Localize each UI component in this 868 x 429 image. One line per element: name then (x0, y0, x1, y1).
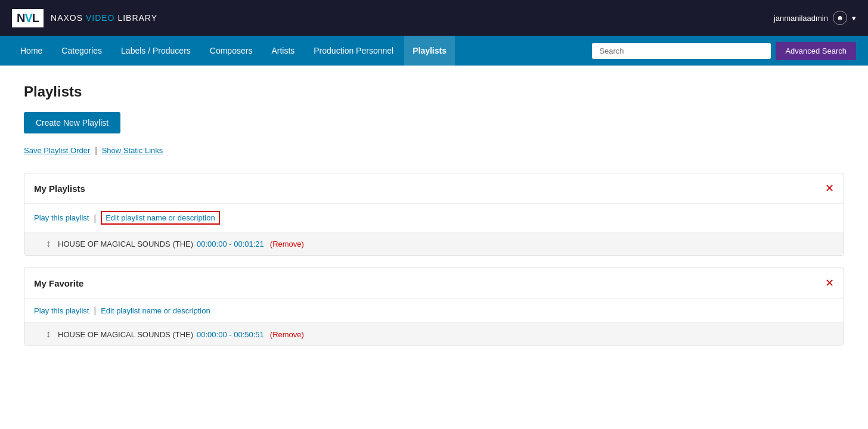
nav-categories[interactable]: Categories (53, 36, 110, 66)
site-name: NAXOS VIDEO LIBRARY (51, 13, 157, 23)
advanced-search-button[interactable]: Advanced Search (776, 42, 856, 60)
track-title-1-1: HOUSE OF MAGICAL SOUNDS (THE) (58, 240, 193, 248)
create-new-playlist-button[interactable]: Create New Playlist (24, 112, 120, 133)
track-remove-2-1[interactable]: (Remove) (270, 330, 304, 339)
nav-artists[interactable]: Artists (263, 36, 303, 66)
playlist-actions-1: Play this playlist | Edit playlist name … (24, 204, 844, 232)
user-icon[interactable]: ☻ (833, 11, 847, 25)
search-input[interactable] (592, 43, 771, 59)
playlist-name-2: My Favorite (34, 278, 83, 288)
link-separator: | (95, 145, 100, 155)
action-separator-1: | (94, 213, 96, 223)
user-chevron[interactable]: ▾ (852, 14, 856, 23)
drag-handle-2-1[interactable]: ↕ (46, 329, 51, 340)
main-content: Playlists Create New Playlist Save Playl… (0, 66, 868, 429)
logo-area: NVL NAXOS VIDEO LIBRARY (12, 9, 157, 27)
nav-bar: Home Categories Labels / Producers Compo… (0, 36, 868, 66)
user-area: janmanilaadmin ☻ ▾ (774, 11, 856, 25)
top-bar: NVL NAXOS VIDEO LIBRARY janmanilaadmin ☻… (0, 0, 868, 36)
play-playlist-2-link[interactable]: Play this playlist (34, 306, 89, 315)
delete-playlist-2-icon[interactable]: ✕ (825, 276, 834, 290)
logo: NVL (12, 9, 44, 27)
drag-handle-1-1[interactable]: ↕ (46, 238, 51, 249)
play-playlist-1-link[interactable]: Play this playlist (34, 213, 89, 222)
track-time-1-1[interactable]: 00:00:00 - 00:01:21 (197, 240, 264, 248)
playlist-card-header-2: My Favorite ✕ (24, 268, 844, 299)
page-title: Playlists (24, 83, 844, 100)
playlist-name-1: My Playlists (34, 184, 85, 194)
show-static-links-link[interactable]: Show Static Links (102, 146, 163, 155)
track-row-1-1: ↕ HOUSE OF MAGICAL SOUNDS (THE) 00:00:00… (24, 232, 844, 255)
nav-playlists[interactable]: Playlists (404, 36, 455, 66)
track-title-2-1: HOUSE OF MAGICAL SOUNDS (THE) (58, 330, 193, 339)
track-row-2-1: ↕ HOUSE OF MAGICAL SOUNDS (THE) 00:00:00… (24, 322, 844, 346)
edit-playlist-2-link[interactable]: Edit playlist name or description (101, 306, 210, 315)
nav-production-personnel[interactable]: Production Personnel (305, 36, 402, 66)
save-playlist-order-link[interactable]: Save Playlist Order (24, 146, 90, 155)
username-label: janmanilaadmin (774, 14, 828, 23)
track-remove-1-1[interactable]: (Remove) (270, 240, 304, 248)
nav-search-area: Advanced Search (592, 42, 856, 60)
nav-composers[interactable]: Composers (202, 36, 261, 66)
playlist-card-header-1: My Playlists ✕ (24, 173, 844, 204)
nav-home[interactable]: Home (12, 36, 51, 66)
playlist-card-my-favorite: My Favorite ✕ Play this playlist | Edit … (24, 268, 844, 346)
playlist-card-my-playlists: My Playlists ✕ Play this playlist | Edit… (24, 173, 844, 256)
nav-labels-producers[interactable]: Labels / Producers (113, 36, 199, 66)
edit-playlist-1-link[interactable]: Edit playlist name or description (101, 211, 220, 225)
delete-playlist-1-icon[interactable]: ✕ (825, 182, 834, 195)
playlist-links: Save Playlist Order | Show Static Links (24, 145, 844, 155)
action-separator-2: | (94, 306, 96, 315)
playlist-actions-2: Play this playlist | Edit playlist name … (24, 299, 844, 322)
track-time-2-1[interactable]: 00:00:00 - 00:50:51 (197, 330, 264, 339)
